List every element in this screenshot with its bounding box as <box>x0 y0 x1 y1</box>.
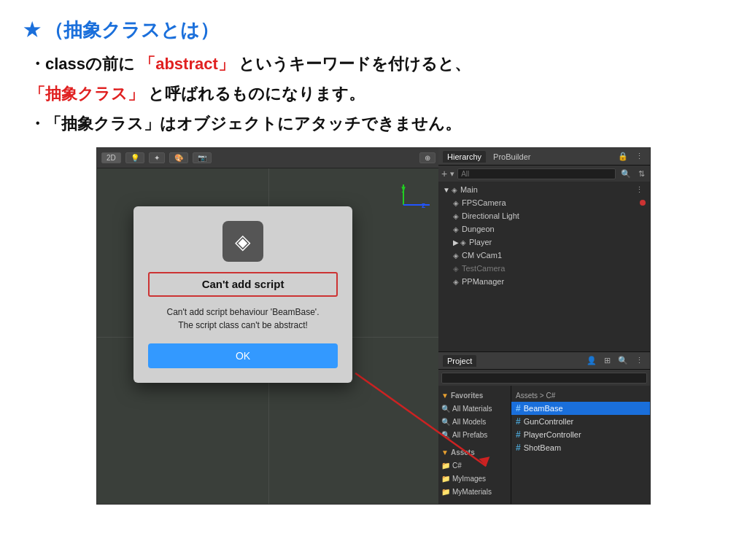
scene-persp-button[interactable]: ⊕ <box>419 152 436 163</box>
asset-beambase[interactable]: # BeamBase <box>511 402 650 415</box>
dialog-icon-area <box>148 221 338 262</box>
folder-mymaterials[interactable]: 📁 MyMaterials <box>438 485 511 498</box>
project-files: Assets > C# # BeamBase # GunController #… <box>511 386 650 505</box>
hierarchy-panel-icons: 🔒 ⋮ <box>616 151 646 162</box>
dialog-ok-button[interactable]: OK <box>148 343 338 368</box>
project-panel: Project 👤 ⊞ 🔍 ⋮ ▼ <box>438 352 650 505</box>
project-toolbar <box>438 370 650 386</box>
dialog-title: Can't add script <box>202 278 285 290</box>
project-icon4[interactable]: ⋮ <box>633 355 646 366</box>
tab-project[interactable]: Project <box>443 355 476 367</box>
search-icon-mod: 🔍 <box>441 418 450 426</box>
asset-playercontroller[interactable]: # PlayerController <box>511 428 650 441</box>
unity-screenshot: 2D 💡 ✦ 🎨 📷 ⊕ y z <box>96 147 651 505</box>
hierarchy-lock-icon[interactable]: 🔒 <box>616 151 630 162</box>
hierarchy-item-player-label: Player <box>469 238 492 246</box>
y-axis-label: y <box>401 184 406 192</box>
hierarchy-item-cmvcam1-label: CM vCam1 <box>462 251 502 260</box>
main-expand-icon: ▼ <box>443 186 450 194</box>
axis-gizmo: y z <box>382 183 425 227</box>
scene-camera-button[interactable]: 📷 <box>193 152 212 163</box>
all-materials-folder[interactable]: 🔍 All Materials <box>438 402 511 415</box>
csharp-folder-icon: 📁 <box>441 462 450 470</box>
hierarchy-item-main[interactable]: ▼ ◈ Main ⋮ <box>438 183 650 196</box>
tab-hierarchy[interactable]: Hierarchy <box>443 151 486 163</box>
favorites-icon: ▼ <box>441 392 449 400</box>
hierarchy-item-dirlight[interactable]: ◈ Directional Light <box>438 209 650 222</box>
bullet-3: ・「抽象クラス」はオブジェクトにアタッチできません。 <box>23 112 724 136</box>
main-cube-icon: ◈ <box>452 186 457 194</box>
beambase-hash-icon: # <box>516 403 521 413</box>
hierarchy-item-dungeon-label: Dungeon <box>462 225 495 233</box>
project-search-input[interactable] <box>441 373 647 384</box>
scene-toolbar: 2D 💡 ✦ 🎨 📷 ⊕ <box>97 148 440 168</box>
all-models-folder[interactable]: 🔍 All Models <box>438 415 511 428</box>
z-axis <box>403 204 430 206</box>
project-icon2[interactable]: ⊞ <box>602 355 613 366</box>
z-axis-label: z <box>422 201 425 209</box>
assets-folder[interactable]: ▼ Assets <box>438 446 511 459</box>
hierarchy-search-icon[interactable]: 🔍 <box>619 168 633 179</box>
hierarchy-item-cmvcam1[interactable]: ◈ CM vCam1 <box>438 249 650 262</box>
right-panel: Hierarchy ProBuilder 🔒 ⋮ + ▾ 🔍 ⇅ <box>438 148 650 505</box>
folder-myimages[interactable]: 📁 MyImages <box>438 472 511 485</box>
main-menu-icon[interactable]: ⋮ <box>633 184 646 195</box>
asset-guncontroller[interactable]: # GunController <box>511 415 650 428</box>
bullet-1: ・classの前に 「abstract」 というキーワードを付けると、 <box>23 52 724 76</box>
project-icon3[interactable]: 🔍 <box>616 355 630 366</box>
shotbeam-label: ShotBeam <box>524 443 561 452</box>
myimages-folder-icon: 📁 <box>441 475 450 483</box>
hierarchy-panel: Hierarchy ProBuilder 🔒 ⋮ + ▾ 🔍 ⇅ <box>438 148 650 352</box>
project-header: Project 👤 ⊞ 🔍 ⋮ <box>438 352 650 370</box>
hierarchy-item-fpscamera[interactable]: ◈ FPSCamera <box>438 196 650 209</box>
dialog-message: Can't add script behaviour 'BeamBase'. T… <box>148 306 338 332</box>
hierarchy-item-player[interactable]: ▶ ◈ Player <box>438 236 650 249</box>
tab-probuilder[interactable]: ProBuilder <box>489 151 535 163</box>
scene-fx-button[interactable]: ✦ <box>149 152 165 163</box>
testcamera-icon: ◈ <box>453 265 459 273</box>
hierarchy-item-dirlight-label: Directional Light <box>462 211 519 220</box>
bullet-2: 「抽象クラス」 と呼ばれるものになります。 <box>23 82 724 106</box>
assets-label: Assets <box>451 448 475 456</box>
player-expand-icon: ▶ <box>453 238 459 246</box>
abstract-keyword: 「abstract」 <box>139 55 234 73</box>
hierarchy-sort-icon[interactable]: ⇅ <box>636 168 647 179</box>
unity-logo-icon <box>222 221 263 262</box>
assets-expand-icon: ▼ <box>441 448 449 456</box>
project-icon1[interactable]: 👤 <box>584 355 599 366</box>
hierarchy-header: Hierarchy ProBuilder 🔒 ⋮ <box>438 148 650 166</box>
mymaterials-folder-icon: 📁 <box>441 488 450 496</box>
folder-csharp[interactable]: 📁 C# <box>438 459 511 472</box>
scene-light-button[interactable]: 💡 <box>125 152 144 163</box>
hierarchy-search-input[interactable] <box>457 168 616 179</box>
dialog-overlay: Can't add script Can't add script behavi… <box>133 206 352 383</box>
hierarchy-menu-icon[interactable]: ⋮ <box>633 151 646 162</box>
scene-paint-button[interactable]: 🎨 <box>169 152 188 163</box>
hierarchy-item-main-label: Main <box>460 185 478 194</box>
mymaterials-folder-label: MyMaterials <box>452 488 492 496</box>
hierarchy-item-testcamera-label: TestCamera <box>462 264 505 273</box>
bullet-1-suffix: というキーワードを付けると、 <box>239 55 471 73</box>
hierarchy-add-button[interactable]: + <box>441 168 447 179</box>
asset-shotbeam[interactable]: # ShotBeam <box>511 441 650 454</box>
beambase-label: BeamBase <box>524 404 563 413</box>
hierarchy-items-list: ▼ ◈ Main ⋮ ◈ FPSCamera <box>438 182 650 351</box>
playercontroller-label: PlayerController <box>524 430 581 439</box>
shotbeam-hash-icon: # <box>516 443 521 453</box>
dialog-message-line1: Can't add script behaviour 'BeamBase'. <box>167 307 320 317</box>
csharp-folder-label: C# <box>452 462 462 470</box>
favorites-label: Favorites <box>451 392 483 400</box>
hierarchy-item-dungeon[interactable]: ◈ Dungeon <box>438 222 650 236</box>
search-icon-mat: 🔍 <box>441 405 450 413</box>
hierarchy-toolbar: + ▾ 🔍 ⇅ <box>438 166 650 182</box>
hierarchy-item-ppmanager[interactable]: ◈ PPManager <box>438 275 650 288</box>
favorites-folder[interactable]: ▼ Favorites <box>438 389 511 402</box>
bullet-2-suffix: と呼ばれるものになります。 <box>148 85 365 103</box>
dialog-message-line2: The script class can't be abstract! <box>178 320 308 330</box>
title-section: ★ （抽象クラスとは） <box>23 18 724 43</box>
scene-2d-button[interactable]: 2D <box>101 152 121 163</box>
hierarchy-item-testcamera[interactable]: ◈ TestCamera <box>438 262 650 275</box>
myimages-folder-label: MyImages <box>452 475 486 483</box>
bullet-1-prefix: ・classの前に <box>29 55 135 73</box>
all-prefabs-folder[interactable]: 🔍 All Prefabs <box>438 428 511 441</box>
